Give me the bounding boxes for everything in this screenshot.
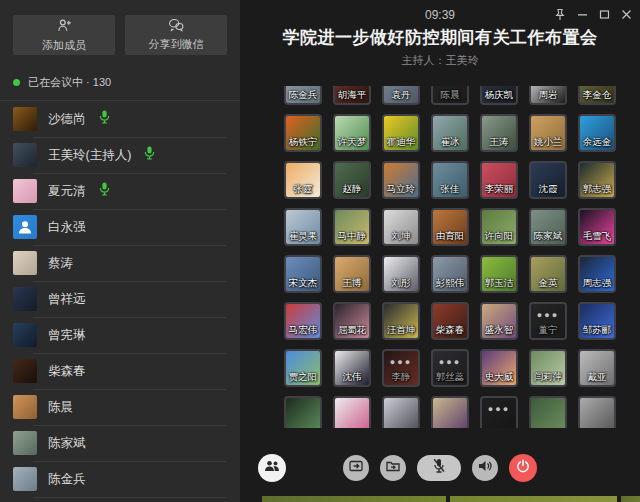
video-tile[interactable]: 周志强	[578, 255, 616, 293]
video-tile[interactable]: 毛雪飞	[578, 208, 616, 246]
tile-name: 宋文杰	[286, 277, 320, 290]
video-tile[interactable]: 胡海平	[333, 86, 371, 105]
participant-row[interactable]: 陈文颀	[0, 497, 240, 502]
video-tile[interactable]: 郭志强	[578, 161, 616, 199]
tile-name: 董宁	[531, 324, 565, 337]
video-tile[interactable]: 闫莉萍	[529, 349, 567, 387]
video-tile[interactable]	[333, 396, 371, 428]
online-status-dot	[13, 79, 20, 86]
video-tile[interactable]: 刘坤	[382, 208, 420, 246]
video-tile[interactable]: 周岩	[529, 86, 567, 105]
participant-row[interactable]: 王美玲(主持人)	[0, 137, 240, 173]
video-tile[interactable]: ●●● 陈晨	[431, 86, 469, 105]
video-tile[interactable]: 马立玲	[382, 161, 420, 199]
video-tile[interactable]: 由育阳	[431, 208, 469, 246]
video-tile[interactable]: 崔冰	[431, 114, 469, 152]
participant-avatar	[13, 395, 37, 419]
video-tile[interactable]: 郭玉洁	[480, 255, 518, 293]
video-tile[interactable]: 贾之阳	[284, 349, 322, 387]
video-tile[interactable]: 霍迪华	[382, 114, 420, 152]
video-tile[interactable]: 沈霞	[529, 161, 567, 199]
share-screen-button[interactable]	[343, 455, 369, 481]
participant-row[interactable]: 陈金兵	[0, 461, 240, 497]
participant-row[interactable]: 曾祥远	[0, 281, 240, 317]
video-tile[interactable]	[529, 396, 567, 428]
participant-row[interactable]: 沙德尚	[0, 101, 240, 137]
video-tile[interactable]: 赵静	[333, 161, 371, 199]
video-tile[interactable]: 许向阳	[480, 208, 518, 246]
video-tile[interactable]: 崔灵果	[284, 208, 322, 246]
video-tile[interactable]: ●●●	[480, 396, 518, 428]
video-tile[interactable]: 刘彤	[382, 255, 420, 293]
tile-name: 彭熙伟	[433, 277, 467, 290]
maximize-icon[interactable]	[595, 5, 613, 23]
video-tile[interactable]: ●●● 郭丝蕊	[431, 349, 469, 387]
video-tile[interactable]: 屈蜀花	[333, 302, 371, 340]
video-tile[interactable]: 杨庆凯	[480, 86, 518, 105]
tile-name: 张佳	[433, 183, 467, 196]
participant-row[interactable]: 白永强	[0, 209, 240, 245]
video-tile[interactable]: 张霆	[284, 161, 322, 199]
tile-name: 马中静	[335, 230, 369, 243]
share-to-wechat-button[interactable]: 分享到微信	[125, 15, 227, 55]
bottom-strip-segment	[450, 496, 617, 502]
participant-name: 蔡涛	[48, 255, 73, 272]
video-tile[interactable]	[431, 396, 469, 428]
video-tile[interactable]: ●●● 董宁	[529, 302, 567, 340]
hang-up-button[interactable]	[509, 454, 537, 482]
tile-name: 马宏伟	[286, 324, 320, 337]
video-tile[interactable]: 许天梦	[333, 114, 371, 152]
tile-name: 汪首坤	[384, 324, 418, 337]
video-tile[interactable]: 马宏伟	[284, 302, 322, 340]
participant-name: 沙德尚	[48, 111, 86, 128]
participants-button[interactable]	[258, 454, 286, 482]
pin-icon[interactable]	[551, 5, 569, 23]
video-tile[interactable]: 陈金兵	[284, 86, 322, 105]
tile-name: 张霆	[286, 183, 320, 196]
minimize-icon[interactable]	[573, 5, 591, 23]
video-tile[interactable]: 马中静	[333, 208, 371, 246]
video-tile[interactable]: 李荣丽	[480, 161, 518, 199]
video-tile[interactable]: 金英	[529, 255, 567, 293]
participant-row[interactable]: 柴森春	[0, 353, 240, 389]
video-tile[interactable]: 余远金	[578, 114, 616, 152]
close-icon[interactable]	[617, 5, 635, 23]
speaker-button[interactable]	[472, 455, 498, 481]
mute-button[interactable]	[417, 455, 461, 481]
participant-avatar	[13, 215, 37, 239]
tile-name: 陈金兵	[286, 89, 320, 102]
participant-row[interactable]: 陈晨	[0, 389, 240, 425]
video-tile[interactable]: 柴森春	[431, 302, 469, 340]
video-tile[interactable]: 李金仓	[578, 86, 616, 105]
video-tile[interactable]: 彭熙伟	[431, 255, 469, 293]
video-tile[interactable]: 盛永智	[480, 302, 518, 340]
tile-name: 霍迪华	[384, 136, 418, 149]
video-tile[interactable]: 沈伟	[333, 349, 371, 387]
video-tile[interactable]: 姚小兰	[529, 114, 567, 152]
video-tile[interactable]	[578, 396, 616, 428]
mic-muted-icon	[432, 458, 446, 477]
share-file-button[interactable]	[380, 455, 406, 481]
participant-row[interactable]: 蔡涛	[0, 245, 240, 281]
video-tile[interactable]: 杨铁宁	[284, 114, 322, 152]
participant-row[interactable]: 陈家斌	[0, 425, 240, 461]
participant-row[interactable]: 夏元清	[0, 173, 240, 209]
participant-row[interactable]: 曾宪琳	[0, 317, 240, 353]
video-tile[interactable]: ●●● 李静	[382, 349, 420, 387]
video-tile[interactable]: 陈家斌	[529, 208, 567, 246]
folder-share-icon	[386, 460, 400, 475]
video-tile[interactable]: 张佳	[431, 161, 469, 199]
video-tile[interactable]	[382, 396, 420, 428]
video-tile[interactable]: 宋文杰	[284, 255, 322, 293]
video-tile[interactable]	[284, 396, 322, 428]
video-tile[interactable]: 邹苏郦	[578, 302, 616, 340]
video-tile[interactable]: 戴亚	[578, 349, 616, 387]
video-tile[interactable]: 史大威	[480, 349, 518, 387]
tile-name: 刘彤	[384, 277, 418, 290]
add-member-button[interactable]: 添加成员	[13, 15, 115, 55]
video-tile[interactable]: 王涛	[480, 114, 518, 152]
tile-name: 沈伟	[335, 371, 369, 384]
video-tile[interactable]: 袁丹	[382, 86, 420, 105]
video-tile[interactable]: 王博	[333, 255, 371, 293]
video-tile[interactable]: 汪首坤	[382, 302, 420, 340]
